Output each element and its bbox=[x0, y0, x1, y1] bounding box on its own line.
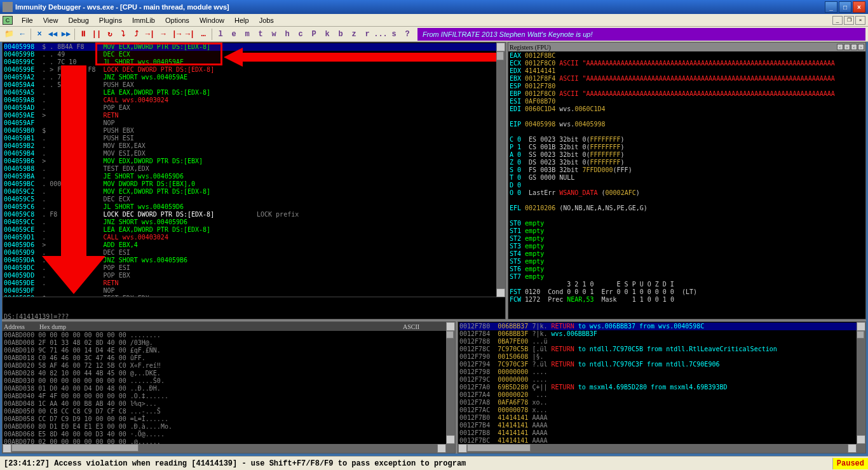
stack-row[interactable]: 0012F790 00150608 |§. bbox=[459, 353, 864, 361]
stack-row[interactable]: 0012F780 006BBB37 7|k. RETURN to wvs.006… bbox=[459, 323, 864, 330]
register-line[interactable]: ECX 0012F8C0 ASCII "AAAAAAAAAAAAAAAAAAAA… bbox=[510, 60, 864, 67]
toolbar-btn-27[interactable]: ... bbox=[374, 28, 387, 41]
toolbar-btn-17[interactable]: m bbox=[241, 28, 254, 41]
toolbar-btn-0[interactable]: 📁 bbox=[3, 28, 15, 41]
stack-row[interactable]: 0012F78C 7C970C5B [.ül RETURN to ntdll.7… bbox=[459, 346, 864, 353]
reg-min-btn[interactable]: ‹ bbox=[851, 44, 857, 50]
register-line[interactable]: S 0 FS 003B 32bit 7FFDD000(FFF) bbox=[510, 166, 864, 174]
toolbar-btn-4[interactable]: ▶▶ bbox=[60, 28, 72, 41]
toolbar-btn-12[interactable]: |→ bbox=[170, 28, 183, 41]
disasm-row[interactable]: 004059A5 . LEA EAX,DWORD PTR DS:[EDX-8] bbox=[4, 89, 504, 97]
dump-row[interactable]: 00ABD040 4F 4F 00 00 00 00 00 00 .O.‡...… bbox=[4, 393, 454, 400]
disasm-row[interactable]: 004059D9 . DEC ESI bbox=[4, 249, 504, 257]
register-line[interactable]: FCW 1272 Prec NEAR,53 Mask 1 1 0 0 1 0 bbox=[510, 296, 864, 304]
toolbar-btn-10[interactable]: →| bbox=[144, 28, 156, 41]
disasm-row[interactable]: 004059AF NOP bbox=[4, 119, 504, 127]
disasm-row[interactable]: 004059D1 . CALL wvs.00403024 bbox=[4, 234, 504, 241]
mdi-minimize[interactable]: _ bbox=[832, 16, 843, 25]
menu-file[interactable]: File bbox=[17, 15, 38, 25]
dump-row[interactable]: 00ABD020 58 AF 46 00 72 12 5B C0 X«F.reí… bbox=[4, 362, 454, 370]
register-line[interactable]: T 0 GS 0000 NULL bbox=[510, 174, 864, 182]
toolbar-btn-2[interactable]: × bbox=[33, 28, 46, 41]
register-line[interactable] bbox=[510, 128, 864, 136]
register-line[interactable]: EDX 41414141 bbox=[510, 67, 864, 75]
toolbar-btn-18[interactable]: t bbox=[254, 28, 267, 41]
register-line[interactable]: ESI 0AF08B70 bbox=[510, 98, 864, 105]
dump-panel[interactable]: Address Hex dump ASCII 00ABD000 00 00 00… bbox=[2, 321, 456, 453]
register-line[interactable]: ST7 empty bbox=[510, 273, 864, 281]
toolbar-btn-26[interactable]: r bbox=[361, 28, 374, 41]
register-line[interactable]: ST6 empty bbox=[510, 265, 864, 273]
register-line[interactable]: A 0 SS 0023 32bit 0(FFFFFFFF) bbox=[510, 151, 864, 159]
stack-panel[interactable]: 0012F780 006BBB37 7|k. RETURN to wvs.006… bbox=[458, 321, 866, 453]
stack-row[interactable]: 0012F7AC 00000078 x... bbox=[459, 406, 864, 414]
register-line[interactable]: EBX 0012F8F4 ASCII "AAAAAAAAAAAAAAAAAAAA… bbox=[510, 75, 864, 83]
register-line[interactable]: FST 0120 Cond 0 0 0 1 Err 0 0 1 0 0 0 0 … bbox=[510, 288, 864, 296]
disasm-row[interactable]: 004059B8 . TEST EDX,EDX bbox=[4, 165, 504, 173]
stack-scrollbar-h[interactable]: ◂▸ bbox=[458, 444, 857, 453]
disasm-row[interactable]: 004059AE > RETN bbox=[4, 112, 504, 119]
toolbar-btn-3[interactable]: ◀◀ bbox=[46, 28, 59, 41]
toolbar-btn-13[interactable]: →| bbox=[184, 28, 196, 41]
toolbar-btn-11[interactable]: → bbox=[157, 28, 170, 41]
dump-row[interactable]: 00ABD010 9C 71 46 00 14 D4 4E 00 £qF.£ÑN… bbox=[4, 347, 454, 354]
stack-row[interactable]: 0012F7A0 69B5D280 Ç+|| RETURN to msxml4.… bbox=[459, 384, 864, 391]
dump-row[interactable]: 00ABD018 C0 46 46 00 3C 47 46 00 ûFF. bbox=[4, 354, 454, 362]
register-line[interactable]: ST1 empty bbox=[510, 227, 864, 235]
dump-row[interactable]: 00ABD058 CC D7 C9 D9 10 00 00 00 =L=Ì...… bbox=[4, 415, 454, 423]
register-line[interactable]: ST2 empty bbox=[510, 235, 864, 243]
stack-row[interactable]: 0012F798 00000000 .... bbox=[459, 368, 864, 376]
disasm-row[interactable]: 004059C8 . F8 LOCK DEC DWORD PTR DS:[EDX… bbox=[4, 211, 504, 218]
stack-scrollbar-v[interactable]: ▴▾ bbox=[857, 322, 865, 453]
disasm-row[interactable]: 004059B2 . MOV EBX,EAX bbox=[4, 142, 504, 150]
menu-debug[interactable]: Debug bbox=[63, 15, 93, 25]
register-line[interactable] bbox=[510, 212, 864, 220]
register-line[interactable]: ST3 empty bbox=[510, 243, 864, 250]
disasm-row[interactable]: 004059DF NOP bbox=[4, 287, 504, 295]
stack-row[interactable]: 0012F794 7C970C3F ?.ül RETURN to ntdll.7… bbox=[459, 361, 864, 368]
register-line[interactable]: P 1 CS 001B 32bit 0(FFFFFFFF) bbox=[510, 144, 864, 151]
menu-options[interactable]: Options bbox=[160, 15, 194, 25]
register-line[interactable]: ST4 empty bbox=[510, 250, 864, 258]
stack-row[interactable]: 0012F7B8 41414141 AAAA bbox=[459, 429, 864, 437]
maximize-button[interactable]: □ bbox=[839, 1, 851, 13]
disasm-scrollbar-v[interactable]: ▴▾ bbox=[496, 43, 505, 297]
close-button[interactable]: × bbox=[853, 1, 865, 13]
register-line[interactable]: 3 2 1 0 E S P U O Z D I bbox=[510, 281, 864, 288]
menu-jobs[interactable]: Jobs bbox=[254, 15, 279, 25]
disasm-row[interactable]: 004059CC . JNZ SHORT wvs.004059D6 bbox=[4, 218, 504, 226]
register-line[interactable]: ST0 empty bbox=[510, 220, 864, 227]
toolbar-btn-16[interactable]: e bbox=[227, 28, 240, 41]
toolbar-btn-28[interactable]: s bbox=[388, 28, 400, 41]
disasm-row[interactable]: 004059BA . JE SHORT wvs.004059D6 bbox=[4, 173, 504, 180]
dump-row[interactable]: 00ABD028 40 82 10 00 44 4B 45 00 @‚..DKE… bbox=[4, 370, 454, 377]
c-icon[interactable]: C bbox=[3, 16, 13, 25]
disasm-row[interactable]: 004059A8 . CALL wvs.00403024 bbox=[4, 97, 504, 104]
toolbar-btn-5[interactable]: ⏸ bbox=[77, 28, 90, 41]
register-line[interactable]: EAX 0012F8BC bbox=[510, 52, 864, 60]
register-line[interactable]: EFL 00210206 (NO,NB,NE,A,NS,PE,GE,G) bbox=[510, 205, 864, 212]
stack-row[interactable]: 0012F7B4 41414141 AAAA bbox=[459, 422, 864, 429]
dump-row[interactable]: 00ABD050 00 CB CC C8 C9 D7 CF C8 ...-...… bbox=[4, 408, 454, 415]
disasm-row[interactable]: 004059DD . POP EBX bbox=[4, 272, 504, 279]
stack-row[interactable]: 0012F788 0BA7FE00 ...ü bbox=[459, 338, 864, 346]
disasm-row[interactable]: 004059C2 . MOV ECX,DWORD PTR DS:[EDX-8] bbox=[4, 188, 504, 196]
register-line[interactable]: C 0 ES 0023 32bit 0(FFFFFFFF) bbox=[510, 136, 864, 144]
toolbar-btn-8[interactable]: ⤵ bbox=[117, 28, 130, 41]
toolbar-btn-9[interactable]: ⤴ bbox=[130, 28, 143, 41]
menu-window[interactable]: Window bbox=[194, 15, 229, 25]
disasm-row[interactable]: 0040599B . . 49 DEC ECX bbox=[4, 51, 504, 58]
toolbar-btn-1[interactable]: ← bbox=[16, 28, 29, 41]
toolbar-btn-23[interactable]: k bbox=[321, 28, 334, 41]
toolbar-btn-7[interactable]: ↻ bbox=[104, 28, 116, 41]
disasm-row[interactable]: 004059B1 . PUSH ESI bbox=[4, 135, 504, 142]
dump-row[interactable]: 00ABD048 1C AA 40 00 B8 AB 40 00 ŀ%q>... bbox=[4, 400, 454, 408]
dump-row[interactable]: 00ABD008 2F 01 33 48 02 8D 40 00 /03H@. bbox=[4, 339, 454, 347]
disasm-row[interactable]: 004059A4 . . 50 PUSH EAX bbox=[4, 81, 504, 89]
disasm-row[interactable]: 004059DC . POP ESI bbox=[4, 264, 504, 272]
dump-row[interactable]: 00ABD060 80 D1 E0 E4 E1 E3 00 00 .Ð.à...… bbox=[4, 423, 454, 431]
menu-immlib[interactable]: ImmLib bbox=[127, 15, 160, 25]
dump-row[interactable]: 00ABD038 01 D0 40 00 D4 D0 48 00 ..Ð..ÐH… bbox=[4, 385, 454, 393]
toolbar-btn-29[interactable]: ? bbox=[401, 28, 414, 41]
disasm-row[interactable]: 004059BC . 00000 MOV DWORD PTR DS:[EBX],… bbox=[4, 180, 504, 188]
